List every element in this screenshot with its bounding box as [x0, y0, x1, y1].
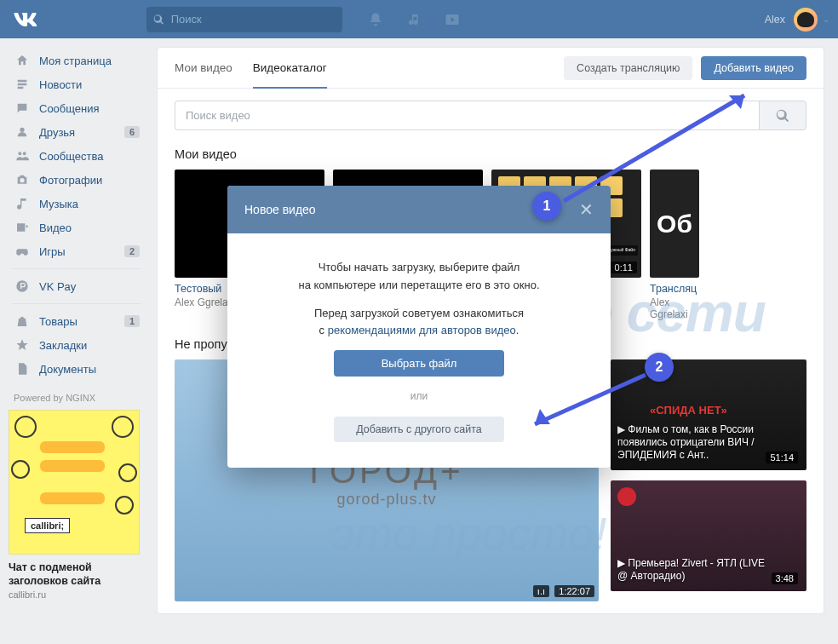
sidebar-item-vkpay[interactable]: VK Pay: [9, 274, 145, 298]
add-video-button[interactable]: Добавить видео: [701, 56, 806, 80]
nav-separator: [12, 268, 141, 269]
svg-line-2: [564, 95, 744, 201]
video-duration: 1:22:07: [554, 585, 594, 597]
global-search[interactable]: [146, 7, 342, 32]
search-icon: [153, 14, 164, 26]
music-note-icon: [14, 197, 31, 210]
music-icon[interactable]: [407, 12, 421, 27]
sidebar-item-videos[interactable]: Видео: [9, 216, 145, 239]
notifications-icon[interactable]: [368, 12, 383, 27]
video-duration: 3:48: [772, 572, 798, 584]
global-search-input[interactable]: [171, 13, 336, 26]
goods-badge: 1: [124, 315, 140, 327]
avatar: [794, 8, 818, 32]
powered-by: Powered by NGINX: [14, 393, 145, 403]
side-video-title: Премьера! Zivert - ЯТЛ (LIVE @ Авторадио…: [617, 557, 765, 582]
sidebar-item-goods[interactable]: Товары1: [9, 309, 145, 333]
annotation-step-2: 2: [645, 353, 674, 382]
modal-instruction: Чтобы начать загрузку, выберите файл на …: [253, 259, 585, 295]
ad-domain: callibri.ru: [9, 589, 140, 600]
ad-title: Чат с подменой заголовков сайта: [9, 561, 140, 588]
star-icon: [14, 338, 31, 352]
annotation-arrow-2: [521, 370, 657, 438]
side-video[interactable]: ▶ Премьера! Zivert - ЯТЛ (LIVE @ Авторад…: [611, 480, 806, 591]
sidebar-item-friends[interactable]: Друзья6: [9, 120, 145, 144]
video-title: Трансляц: [650, 283, 699, 295]
sidebar-item-messages[interactable]: Сообщения: [9, 96, 145, 120]
camera-icon: [14, 173, 31, 187]
chevron-down-icon: ⌄: [823, 14, 829, 24]
user-menu[interactable]: Alex ⌄: [765, 8, 829, 32]
video-duration: 0:11: [611, 262, 637, 273]
bars-icon: ı.ı: [533, 585, 549, 597]
modal-title: Новое видео: [244, 203, 316, 216]
ad-block[interactable]: callibri; Чат с подменой заголовков сайт…: [9, 410, 140, 600]
sidebar-item-bookmarks[interactable]: Закладки: [9, 333, 145, 357]
sidebar-item-communities[interactable]: Сообщества: [9, 144, 145, 168]
tab-my-videos[interactable]: Мои видео: [175, 48, 232, 88]
modal-recommend: Перед загрузкой советуем ознакомиться с …: [253, 305, 585, 341]
nav-separator: [12, 303, 141, 304]
bag-icon: [14, 314, 31, 328]
document-icon: [14, 362, 31, 376]
communities-icon: [14, 149, 31, 163]
video-author: Alex Ggrelaxi: [650, 296, 699, 320]
friends-badge: 6: [124, 126, 140, 138]
vkpay-icon: [14, 279, 31, 293]
sidebar-item-games[interactable]: Игры2: [9, 239, 145, 263]
games-badge: 2: [124, 245, 140, 257]
sidebar-item-documents[interactable]: Документы: [9, 357, 145, 381]
sidebar-item-music[interactable]: Музыка: [9, 192, 145, 216]
annotation-arrow-1: [559, 83, 772, 211]
sidebar-item-my-page[interactable]: Моя страница: [9, 49, 145, 72]
username-label: Alex: [765, 14, 785, 26]
ad-brand: callibri;: [25, 518, 70, 533]
friends-icon: [14, 125, 31, 139]
sidebar-item-photos[interactable]: Фотографии: [9, 168, 145, 192]
videos-icon: [14, 221, 31, 234]
video-tabs: Мои видео Видеокаталог Создать трансляци…: [158, 48, 824, 89]
video-play-icon[interactable]: [445, 12, 460, 27]
svg-line-4: [535, 375, 646, 424]
create-stream-button[interactable]: Создать трансляцию: [564, 56, 692, 80]
annotation-step-1: 1: [532, 192, 561, 221]
gamepad-icon: [14, 244, 31, 258]
home-icon: [14, 54, 31, 67]
select-file-button[interactable]: Выбрать файл: [334, 350, 504, 377]
ad-image: callibri;: [9, 410, 140, 555]
sidebar: Моя страница Новости Сообщения Друзья6 С…: [0, 38, 145, 626]
vk-logo[interactable]: [14, 7, 39, 32]
top-header: Alex ⌄: [0, 0, 838, 38]
tab-catalog[interactable]: Видеокаталог: [253, 49, 327, 89]
news-icon: [14, 78, 31, 91]
add-from-other-site-button[interactable]: Добавить с другого сайта: [334, 417, 504, 442]
sidebar-item-news[interactable]: Новости: [9, 72, 145, 96]
recommendations-link[interactable]: рекомендациями для авторов видео: [328, 324, 516, 336]
video-duration: 51:14: [766, 451, 798, 463]
messages-icon: [14, 101, 31, 115]
header-icons: [368, 12, 460, 27]
